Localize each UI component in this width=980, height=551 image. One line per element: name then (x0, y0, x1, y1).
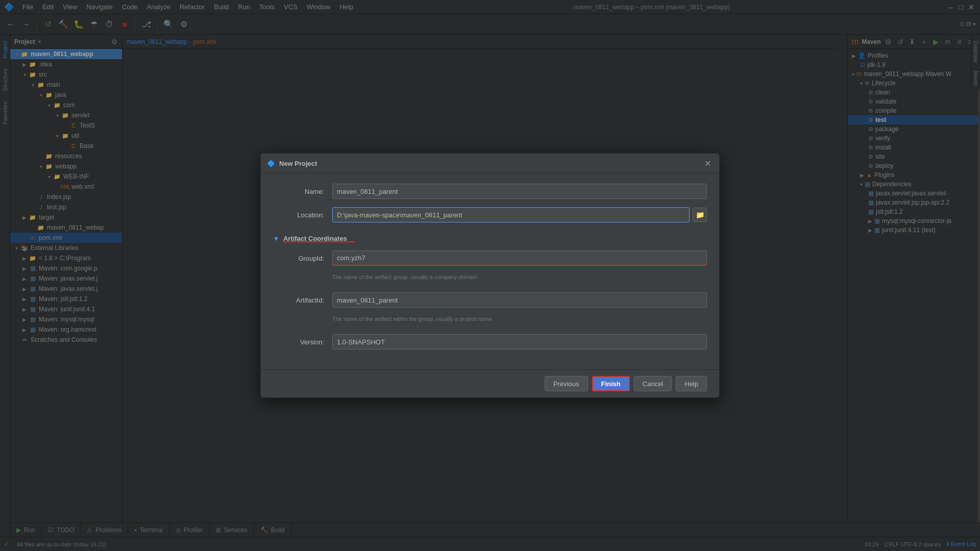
dialog-footer: Previous Finish Cancel Help (261, 369, 719, 397)
form-row-version: Version: (273, 334, 707, 349)
groupid-label: GroupId: (273, 255, 324, 262)
finish-button[interactable]: Finish (592, 376, 630, 391)
name-input-wrap (332, 184, 707, 199)
section-title: Artifact Coordinates (283, 235, 355, 242)
location-label: Location: (273, 211, 324, 219)
help-button[interactable]: Help (676, 376, 707, 391)
version-input-wrap (332, 334, 707, 349)
section-title-wrap: Artifact Coordinates (283, 235, 355, 242)
section-header-artifact: ▼ Artifact Coordinates (273, 235, 707, 242)
artifactid-hint: The name of the artifact within the grou… (332, 316, 707, 322)
form-row-artifactid: ArtifactId: (273, 292, 707, 308)
name-label: Name: (273, 188, 324, 195)
artifactid-input[interactable] (332, 292, 707, 308)
dialog-title: New Project (279, 160, 698, 167)
form-row-name: Name: (273, 184, 707, 199)
dialog-titlebar: 🔷 New Project ✕ (261, 154, 719, 173)
groupid-input[interactable] (332, 251, 707, 266)
dialog-body: Name: Location: 📁 ▼ Artifact Coordinates (261, 173, 719, 369)
groupid-input-wrap (332, 251, 707, 266)
version-label: Version: (273, 338, 324, 346)
form-row-groupid: GroupId: (273, 251, 707, 266)
location-input[interactable] (332, 207, 690, 222)
groupid-hint: The name of the artifact group, usually … (332, 274, 707, 280)
cancel-button[interactable]: Cancel (634, 376, 672, 391)
new-project-dialog: 🔷 New Project ✕ Name: Location: 📁 (260, 153, 720, 398)
dialog-close-button[interactable]: ✕ (702, 158, 713, 169)
form-row-location: Location: 📁 (273, 207, 707, 222)
location-input-wrap: 📁 (332, 207, 707, 222)
previous-button[interactable]: Previous (545, 376, 588, 391)
version-input[interactable] (332, 334, 707, 349)
artifactid-input-wrap (332, 292, 707, 308)
dialog-title-icon: 🔷 (267, 160, 275, 167)
dialog-overlay: 🔷 New Project ✕ Name: Location: 📁 (0, 0, 980, 551)
artifactid-label: ArtifactId: (273, 296, 324, 304)
browse-button[interactable]: 📁 (693, 208, 707, 222)
section-arrow-icon[interactable]: ▼ (273, 235, 279, 242)
name-input[interactable] (332, 184, 707, 199)
